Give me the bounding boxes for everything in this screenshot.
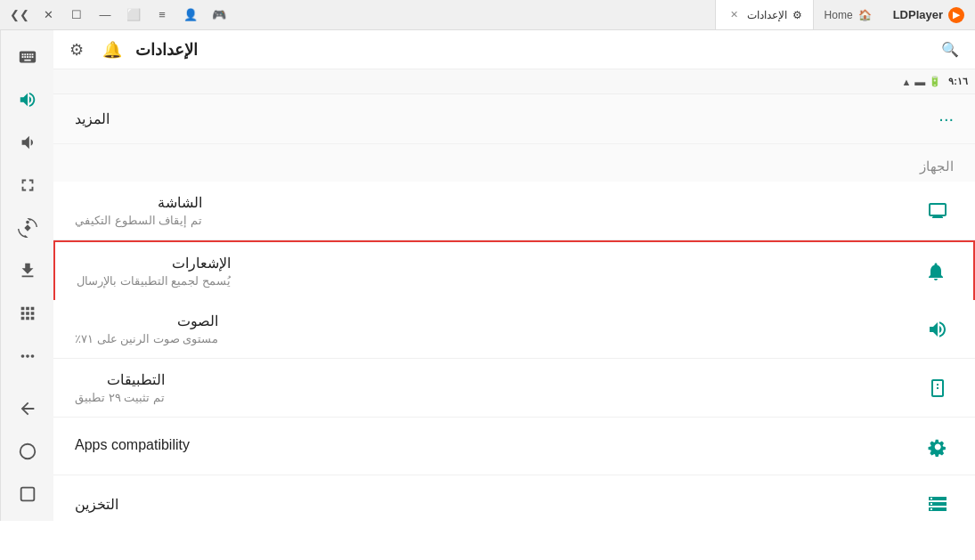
device-section-header: الجهاز bbox=[53, 144, 975, 182]
toolbar-right: الإعدادات 🔔 ⚙ bbox=[64, 39, 198, 61]
apps-compat-item[interactable]: Apps compatibility bbox=[53, 418, 975, 475]
tab-settings-icon: ⚙ bbox=[792, 9, 802, 21]
toolbar-left: 🔍 bbox=[936, 36, 964, 64]
right-sidebar bbox=[0, 30, 53, 521]
more-section[interactable]: ··· المزيد bbox=[53, 94, 975, 144]
storage-item[interactable]: التخزين bbox=[53, 475, 975, 521]
svg-rect-1 bbox=[20, 488, 34, 501]
apps-compat-text-area: Apps compatibility bbox=[75, 437, 190, 456]
search-button[interactable]: 🔍 bbox=[936, 36, 964, 64]
more-icon-btn[interactable] bbox=[8, 337, 47, 376]
home-circle-icon-btn[interactable] bbox=[8, 432, 47, 471]
storage-icon bbox=[922, 488, 954, 520]
title-bar-left: ▶ LDPlayer 🏠 Home ⚙ الإعدادات ✕ bbox=[715, 0, 975, 29]
apps-title: التطبيقات bbox=[75, 371, 165, 388]
svg-point-0 bbox=[20, 444, 35, 459]
sound-text-area: الصوت مستوى صوت الرنين على ٧١٪ bbox=[75, 312, 218, 345]
app-logo: ▶ LDPlayer bbox=[882, 0, 975, 29]
apps-compat-icon bbox=[922, 430, 954, 462]
tabs-area: 🏠 Home ⚙ الإعدادات ✕ bbox=[715, 0, 882, 29]
minimize-btn[interactable]: — bbox=[93, 4, 118, 26]
more-label: المزيد bbox=[75, 110, 110, 127]
apps-icon bbox=[922, 372, 954, 404]
apps-text-area: التطبيقات تم تثبيت ٢٩ تطبيق bbox=[75, 371, 165, 404]
menu-icon-btn[interactable]: ≡ bbox=[150, 4, 175, 26]
apps-compat-title: Apps compatibility bbox=[75, 437, 190, 453]
tab-home-label: Home bbox=[825, 9, 853, 21]
close-btn[interactable]: ✕ bbox=[36, 4, 61, 26]
gamepad-icon-btn[interactable]: 🎮 bbox=[207, 4, 232, 26]
volume-down-icon-btn[interactable] bbox=[8, 123, 47, 162]
signal-icon: ▬ bbox=[914, 76, 925, 88]
apps-subtitle: تم تثبيت ٢٩ تطبيق bbox=[75, 391, 165, 404]
recent-apps-icon-btn[interactable] bbox=[8, 475, 47, 514]
display-title: الشاشة bbox=[75, 194, 202, 211]
main-layout: 🔍 الإعدادات 🔔 ⚙ ٩:١٦ 🔋 ▬ ▲ ··· المزيد bbox=[0, 30, 975, 521]
tab-home[interactable]: 🏠 Home bbox=[813, 0, 882, 29]
settings-gear-btn[interactable]: ⚙ bbox=[64, 39, 89, 61]
tab-settings-label: الإعدادات bbox=[747, 9, 787, 21]
tab-home-icon: 🏠 bbox=[858, 9, 872, 21]
app-name: LDPlayer bbox=[893, 8, 943, 21]
storage-title: التخزين bbox=[75, 496, 118, 513]
app-logo-icon: ▶ bbox=[948, 7, 964, 23]
title-bar-right: 🎮 👤 ≡ ⬜ — ☐ ✕ ❯❯ bbox=[0, 4, 239, 26]
tab-settings-close[interactable]: ✕ bbox=[727, 7, 742, 22]
title-bar: ▶ LDPlayer 🏠 Home ⚙ الإعدادات ✕ 🎮 👤 ≡ ⬜ … bbox=[0, 0, 975, 30]
storage-text-area: التخزين bbox=[75, 496, 118, 513]
user-icon-btn[interactable]: 👤 bbox=[178, 4, 203, 26]
apps-grid-icon-btn[interactable] bbox=[8, 294, 47, 333]
battery-icon: 🔋 bbox=[929, 76, 941, 87]
status-time: ٩:١٦ bbox=[948, 76, 968, 87]
device-label: الجهاز bbox=[920, 158, 954, 174]
wifi-icon: ▲ bbox=[901, 77, 911, 87]
volume-up-icon-btn[interactable] bbox=[8, 80, 47, 119]
page-title: الإعدادات bbox=[135, 40, 198, 60]
search-icon: 🔍 bbox=[941, 41, 959, 58]
sound-subtitle: مستوى صوت الرنين على ٧١٪ bbox=[75, 332, 218, 345]
display-icon bbox=[922, 195, 954, 227]
fullscreen-icon-btn[interactable] bbox=[8, 166, 47, 205]
chevron-right-icon[interactable]: ❯❯ bbox=[7, 4, 32, 26]
sound-item[interactable]: الصوت مستوى صوت الرنين على ٧١٪ bbox=[53, 300, 975, 359]
display-subtitle: تم إيقاف السطوع التكيفي bbox=[75, 214, 202, 227]
bell-icon bbox=[920, 256, 952, 288]
notifications-item[interactable]: الإشعارات يُسمح لجميع التطبيقات بالإرسال bbox=[53, 240, 975, 302]
content-area: 🔍 الإعدادات 🔔 ⚙ ٩:١٦ 🔋 ▬ ▲ ··· المزيد bbox=[53, 30, 975, 521]
notifications-text-area: الإشعارات يُسمح لجميع التطبيقات بالإرسال bbox=[77, 255, 231, 288]
toolbar: 🔍 الإعدادات 🔔 ⚙ bbox=[53, 30, 975, 69]
sound-icon bbox=[922, 313, 954, 345]
display-text-area: الشاشة تم إيقاف السطوع التكيفي bbox=[75, 194, 202, 227]
more-dots-icon[interactable]: ··· bbox=[938, 109, 954, 129]
screen-icon-btn[interactable]: ⬜ bbox=[121, 4, 146, 26]
maximize-btn[interactable]: ☐ bbox=[64, 4, 89, 26]
status-icons: 🔋 ▬ ▲ bbox=[901, 76, 941, 88]
notification-bell-btn[interactable]: 🔔 bbox=[100, 39, 125, 61]
back-icon-btn[interactable] bbox=[8, 389, 47, 428]
notifications-title: الإشعارات bbox=[77, 255, 231, 272]
tab-settings[interactable]: ⚙ الإعدادات ✕ bbox=[715, 0, 813, 29]
apps-item[interactable]: التطبيقات تم تثبيت ٢٩ تطبيق bbox=[53, 359, 975, 418]
notifications-subtitle: يُسمح لجميع التطبيقات بالإرسال bbox=[77, 274, 231, 288]
keyboard-icon-btn[interactable] bbox=[8, 37, 47, 77]
import-icon-btn[interactable] bbox=[8, 251, 47, 290]
status-bar: ٩:١٦ 🔋 ▬ ▲ bbox=[53, 69, 975, 94]
rotate-icon-btn[interactable] bbox=[8, 208, 47, 248]
display-item[interactable]: الشاشة تم إيقاف السطوع التكيفي bbox=[53, 182, 975, 240]
sound-title: الصوت bbox=[75, 312, 218, 329]
